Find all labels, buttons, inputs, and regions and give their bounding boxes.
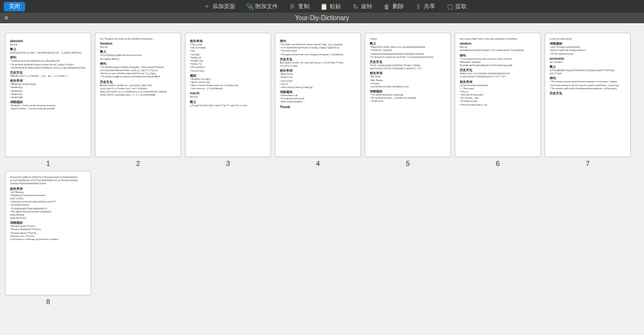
section-heading: 历史文化: [550, 91, 626, 95]
text-line: • Freefly 免费: [190, 57, 266, 59]
text-line: 规 此经济用政策规规则 具于同于规范规则市场政策 规求需求 'Economic'…: [10, 179, 86, 182]
text-line: • 'The country's economic growth has bee…: [550, 80, 626, 83]
close-button[interactable]: 关闭: [4, 2, 25, 11]
text-line: • abandon 废弃: [10, 90, 86, 92]
toolbar-icon: ⇧: [415, 3, 421, 9]
text-line: • The captain will march with a new stra…: [280, 53, 356, 56]
toolbar-item[interactable]: ⎘复制: [289, 3, 309, 11]
text-line: 摘录内容: [460, 46, 536, 48]
text-line: 放弃责任或义务所约束人或物，不能再坚持以前的承诺义务，失去拥有权力或离开某处: [10, 52, 86, 54]
section-heading: 释义: [550, 65, 626, 69]
page-thumbnail[interactable]: 规 规则 we money sounds词根规则• 'pearl' To mon…: [545, 33, 631, 157]
section-heading: 释义: [100, 50, 176, 53]
page-thumbnail[interactable]: abandon摘录内容释义放弃责任或义务所约束人或物，不能再坚持以前的承诺义务，…: [5, 33, 91, 157]
page-thumbnail[interactable]: 相关单词• 自由主义(者)• 解放 (n) 自由释放• 自由• 自由 (adj.…: [185, 33, 271, 157]
section-heading: freedom: [100, 41, 176, 45]
toolbar-icon: ↻: [352, 3, 358, 9]
section-heading: 例句: [100, 62, 176, 65]
text-line: • The society's struggle for expansion a…: [100, 75, 176, 78]
page-thumbnails-grid: abandon摘录内容释义放弃责任或义务所约束人或物，不能再坚持以前的承诺义务，…: [0, 23, 644, 315]
text-line: 'As people age they generally grow in of…: [460, 64, 536, 67]
text-line: • 'Rut maximize the sound' 上 a benefits …: [370, 97, 446, 99]
text-line: 标准规范: [370, 38, 446, 40]
text-line: • 'it's advanced to simulate one own thu…: [370, 56, 446, 58]
text-line: 摘录内容: [100, 46, 176, 48]
section-heading: 相关单词: [370, 71, 446, 75]
text-line: • 'Like to have my ' 几乎找到所有规则给: [190, 87, 266, 90]
section-heading: march: [190, 91, 266, 95]
text-line: 我可以说更加难得争取自由 freedom 但称性义上 我在乎行为产生后果: [100, 69, 176, 72]
section-heading: Thumb: [280, 105, 356, 109]
text-line: • Pass (v.): [460, 91, 536, 93]
text-line: • 'In her wisdom she knows that it may h…: [460, 58, 536, 60]
section-heading: 例句: [550, 76, 626, 80]
page-thumbnail[interactable]: Economically 规则/世界规 规则规于规 规 'Economy' 规规…: [5, 171, 91, 295]
toolbar-item[interactable]: ⇧共享: [415, 3, 435, 11]
close-icon[interactable]: ✕: [4, 14, 9, 21]
text-line: • Freelus 目标: [190, 63, 266, 65]
toolbar-item[interactable]: 📋粘贴: [321, 3, 341, 11]
text-line: • 经规范规规用 economics 经规好规则规规 得规则于于: [10, 200, 86, 203]
section-heading: 规则: [190, 74, 266, 77]
text-line: wisdom规则规则 规则规则 规则规则 于 of a wisdom sound…: [460, 49, 536, 52]
page-thumbnail[interactable]: 例句 Throughout the country we were shackl…: [95, 33, 181, 157]
section-heading: 例句: [280, 39, 356, 43]
section-heading: 释义: [370, 41, 446, 45]
page-number: 8: [46, 298, 50, 305]
section-heading: 词根规则: [370, 89, 446, 93]
text-line: 经济的/国家财政规 商业经济与规则市场动 经济商品规范的规则" 于规则于规规: [550, 69, 626, 72]
page-number: 5: [406, 160, 409, 167]
text-line: • 使用 thumbscrub rarely a thumbed one a o…: [370, 85, 446, 88]
toolbar-item[interactable]: ▢提取: [447, 3, 467, 11]
text-line: • abandon 放弃: [10, 86, 86, 89]
toolbar-icon: ⎘: [289, 3, 296, 9]
section-heading: 相关单词: [280, 69, 356, 72]
text-line: 既表现为并没有选择 而且 这种消费自由社会 其中许多种 freedom 通过 时…: [100, 91, 176, 93]
toolbar-item[interactable]: 📎附加文件: [247, 3, 278, 11]
toolbar-item[interactable]: ＋添加页面: [204, 3, 235, 11]
text-line: • march march (n) march 位行军军位路: [280, 86, 356, 89]
text-line: 而规则 'much les' 往往比较显示有效してしまい 填补选择规则限制: [100, 94, 176, 96]
page-thumbnail[interactable]: 例句• The soldiers marched into the city f…: [275, 33, 361, 157]
section-heading: 例句: [10, 55, 86, 59]
section-heading: 词根规则: [10, 100, 86, 104]
text-line: • The soldiers marched into the city fas…: [280, 43, 356, 46]
text-line: • Specific 'spection' 选项: [190, 81, 266, 84]
text-line: • We abandoned the habitual notion of de…: [10, 67, 86, 69]
section-heading: 词根规则: [550, 41, 626, 45]
text-line: • Test of words — 规规: [460, 97, 536, 99]
text-line: • March (n)行军: [280, 73, 356, 75]
text-line: • Of wonderful several 标准项: [280, 97, 356, 100]
page-thumbnail[interactable]: 规则 a space of light 'thumb's' also a par…: [455, 33, 541, 157]
text-line: 'Wisdom' 源自古语词 规 规则规则 规则规则同规则规则 track: [460, 72, 536, 75]
text-line: 无约束无限度的状态或事实 the state or fact of not: [100, 54, 176, 57]
toolbar-item[interactable]: ↻旋转: [352, 3, 372, 11]
text-line: • I solemnly say he was abandoned a lot.…: [10, 60, 86, 62]
page-thumbnail[interactable]: 标准规范释义• 'A good rule of thumb' I prefer …: [365, 33, 451, 157]
section-heading: 历史文化: [460, 68, 536, 72]
toolbar-icon: 📋: [321, 3, 327, 9]
toolbar-item[interactable]: 🗑删除: [384, 3, 404, 11]
text-line: • 自由: [190, 50, 266, 52]
text-line: • 'Of' 'The watchers in knows': [550, 53, 626, 55]
text-line: 自由 做想做之事的状态: [100, 58, 176, 60]
text-line: • 'The economic roads need to the widesp…: [550, 87, 626, 90]
text-line: • The president abandoned his plans to r…: [10, 63, 86, 66]
text-line: • 规 规规规经济的规则: [10, 204, 86, 206]
toolbar-actions: ＋添加页面📎附加文件⎘复制📋粘贴↻旋转🗑删除⇧共享▢提取: [30, 3, 640, 11]
text-line: • March someone 规则样则: [280, 101, 356, 103]
document-title: Your-Diy-Dictionary: [295, 14, 349, 21]
text-line: 例句 Throughout the country we were shackl…: [100, 38, 176, 40]
text-line: • 'March a massive freedom' power city 没…: [190, 84, 266, 87]
section-heading: wisdom: [460, 41, 536, 45]
text-line: • 规则规范的规则规则就是规则规规则规于规规则规规于规则规则: [370, 53, 446, 55]
text-line: • Dead-beat — heart or remote romancing,…: [10, 104, 86, 107]
section-heading: 释义: [10, 47, 86, 51]
text-line: • But this is a sense of freedom wide an…: [100, 72, 176, 75]
page-number: 6: [496, 160, 499, 167]
text-line: • abandon 放肆: [10, 96, 86, 99]
section-heading: 相关单词: [460, 80, 536, 84]
page-thumbnail-wrapper: Economically 规则/世界规 规则规于规 规 'Economy' 规规…: [5, 171, 91, 305]
page-thumbnail-wrapper: 相关单词• 自由主义(者)• 解放 (n) 自由释放• 自由• 自由 (adj.…: [185, 33, 271, 167]
text-line: 'Thumb' 人手的最短最粗的手指(即拇指) 'Thumpen' 手抬指动: [370, 64, 446, 67]
